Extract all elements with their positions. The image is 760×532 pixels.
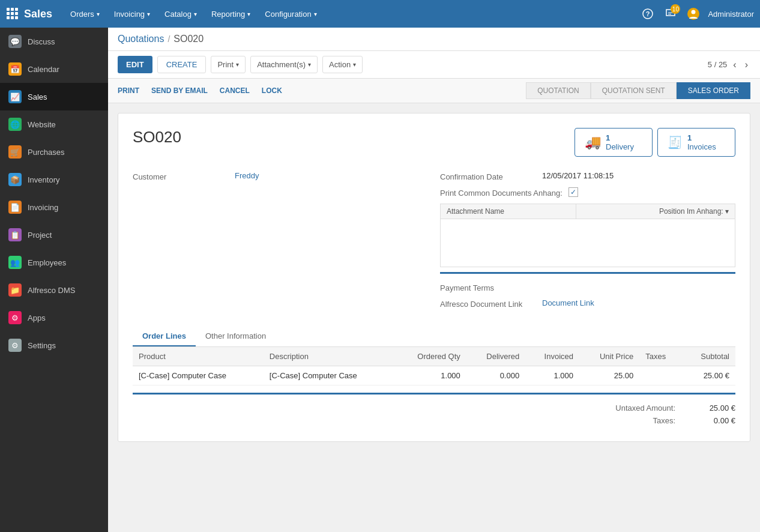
messages-icon[interactable]: 10: [662, 5, 679, 22]
customer-value[interactable]: Freddy: [235, 171, 259, 180]
website-icon: 🌐: [8, 118, 22, 131]
print-dropdown-arrow: ▾: [236, 61, 239, 68]
breadcrumb: Quotations / SO020: [108, 28, 760, 51]
svg-rect-7: [11, 16, 14, 19]
help-icon[interactable]: ?: [639, 5, 656, 22]
doc-header: SO020 🚚 1 Delivery 🧾 1: [133, 128, 735, 157]
invoicing-icon: 📄: [8, 201, 22, 214]
document-wrapper: SO020 🚚 1 Delivery 🧾 1: [108, 103, 760, 452]
confirmation-date-value: 12/05/2017 11:08:15: [542, 171, 614, 180]
tab-other-information[interactable]: Other Information: [196, 327, 276, 346]
next-page-button[interactable]: ›: [743, 58, 750, 71]
alfresco-link-row: Alfresco Document Link Document Link: [440, 298, 735, 309]
app-title: Sales: [24, 8, 52, 20]
purchases-icon: 🛒: [8, 145, 22, 159]
delivery-badge[interactable]: 🚚 1 Delivery: [575, 128, 653, 157]
print-action[interactable]: PRINT: [118, 85, 139, 97]
svg-rect-5: [15, 12, 18, 15]
svg-point-12: [692, 10, 696, 14]
nav-catalog[interactable]: Catalog ▾: [158, 6, 203, 22]
delivery-icon: 🚚: [585, 135, 601, 150]
position-col-dropdown-arrow[interactable]: ▾: [725, 207, 729, 216]
step-quotation[interactable]: QUOTATION: [526, 82, 591, 99]
pagination: 5 / 25 ‹ ›: [708, 58, 750, 71]
col-taxes: Taxes: [639, 347, 682, 366]
nav-right: ? 10 Administrator: [639, 5, 754, 22]
lock-action[interactable]: LOCK: [262, 85, 282, 97]
sidebar-item-settings[interactable]: ⚙ Settings: [0, 331, 108, 359]
prev-page-button[interactable]: ‹: [731, 58, 738, 71]
customer-row: Customer Freddy: [133, 171, 428, 181]
sidebar-item-sales[interactable]: 📈 Sales: [0, 83, 108, 110]
document: SO020 🚚 1 Delivery 🧾 1: [118, 113, 750, 442]
alfresco-icon: 📁: [8, 283, 22, 297]
attachments-button[interactable]: Attachment(s) ▾: [250, 56, 318, 73]
invoices-badge[interactable]: 🧾 1 Invoices: [657, 128, 735, 157]
send-email-action[interactable]: SEND BY EMAIL: [151, 85, 208, 97]
sidebar-item-invoicing[interactable]: 📄 Invoicing: [0, 193, 108, 221]
print-button[interactable]: Print ▾: [211, 56, 246, 73]
table-row[interactable]: [C-Case] Computer Case [C-Case] Computer…: [133, 366, 735, 385]
employees-icon: 👥: [8, 256, 22, 269]
sales-icon: 📈: [8, 90, 22, 103]
attachment-separator: [440, 272, 735, 274]
sidebar-item-alfresco[interactable]: 📁 Alfresco DMS: [0, 276, 108, 304]
svg-rect-6: [7, 16, 10, 19]
cell-invoiced: 1.000: [525, 366, 579, 385]
sidebar-item-purchases[interactable]: 🛒 Purchases: [0, 138, 108, 166]
invoices-icon: 🧾: [668, 135, 683, 150]
cell-description: [C-Case] Computer Case: [264, 366, 394, 385]
pagination-text: 5 / 25: [708, 60, 728, 69]
cell-ordered-qty: 1.000: [394, 366, 466, 385]
toolbar: EDIT CREATE Print ▾ Attachment(s) ▾ Acti…: [108, 51, 760, 79]
svg-rect-3: [7, 12, 10, 15]
sidebar: 💬 Discuss 📅 Calendar 📈 Sales 🌐 Website 🛒…: [0, 28, 108, 532]
form-right: Confirmation Date 12/05/2017 11:08:15 Pr…: [440, 171, 735, 315]
cancel-action[interactable]: CANCEL: [220, 85, 250, 97]
nav-reporting[interactable]: Reporting ▾: [205, 6, 256, 22]
create-button[interactable]: CREATE: [157, 56, 207, 73]
breadcrumb-current: SO020: [173, 34, 204, 44]
cell-taxes: [639, 366, 682, 385]
sidebar-item-project[interactable]: 📋 Project: [0, 221, 108, 249]
nav-orders[interactable]: Orders ▾: [64, 6, 106, 22]
sidebar-item-inventory[interactable]: 📦 Inventory: [0, 166, 108, 193]
nav-invoicing[interactable]: Invoicing ▾: [108, 6, 156, 22]
status-steps: QUOTATION QUOTATION SENT SALES ORDER: [526, 82, 750, 99]
sidebar-item-website[interactable]: 🌐 Website: [0, 110, 108, 138]
svg-rect-2: [15, 8, 18, 11]
print-common-row: Print Common Documents Anhang: ✓: [440, 187, 735, 198]
grid-icon[interactable]: [6, 7, 18, 21]
breadcrumb-parent[interactable]: Quotations: [118, 34, 164, 44]
edit-button[interactable]: EDIT: [118, 56, 152, 73]
sidebar-item-discuss[interactable]: 💬 Discuss: [0, 28, 108, 55]
status-bar: PRINT SEND BY EMAIL CANCEL LOCK QUOTATIO…: [108, 79, 760, 103]
action-button[interactable]: Action ▾: [322, 56, 363, 73]
customer-label: Customer: [133, 171, 229, 181]
delivery-label: Delivery: [606, 142, 634, 151]
project-icon: 📋: [8, 228, 22, 241]
svg-text:?: ?: [646, 10, 650, 17]
nav-configuration[interactable]: Configuration ▾: [259, 6, 322, 22]
sidebar-item-employees[interactable]: 👥 Employees: [0, 249, 108, 276]
step-sales-order[interactable]: SALES ORDER: [677, 82, 750, 99]
apps-icon: ⚙: [8, 311, 22, 324]
svg-rect-1: [11, 8, 14, 11]
print-common-checkbox[interactable]: ✓: [568, 187, 578, 197]
discuss-icon: 💬: [8, 35, 22, 48]
sidebar-item-calendar[interactable]: 📅 Calendar: [0, 55, 108, 83]
col-delivered: Delivered: [466, 347, 525, 366]
alfresco-link-value[interactable]: Document Link: [542, 298, 594, 307]
inventory-icon: 📦: [8, 173, 22, 186]
position-col: Position Im Anhang: ▾: [576, 204, 735, 219]
payment-terms-label: Payment Terms: [440, 282, 536, 292]
message-badge: 10: [671, 4, 680, 14]
taxes-label: Taxes:: [591, 416, 675, 425]
settings-icon: ⚙: [8, 339, 22, 352]
tab-order-lines[interactable]: Order Lines: [133, 327, 196, 346]
user-avatar[interactable]: [685, 5, 702, 22]
sidebar-item-apps[interactable]: ⚙ Apps: [0, 304, 108, 331]
col-ordered-qty: Ordered Qty: [394, 347, 466, 366]
step-quotation-sent[interactable]: QUOTATION SENT: [591, 82, 677, 99]
content-area: Quotations / SO020 EDIT CREATE Print ▾ A…: [108, 28, 760, 532]
